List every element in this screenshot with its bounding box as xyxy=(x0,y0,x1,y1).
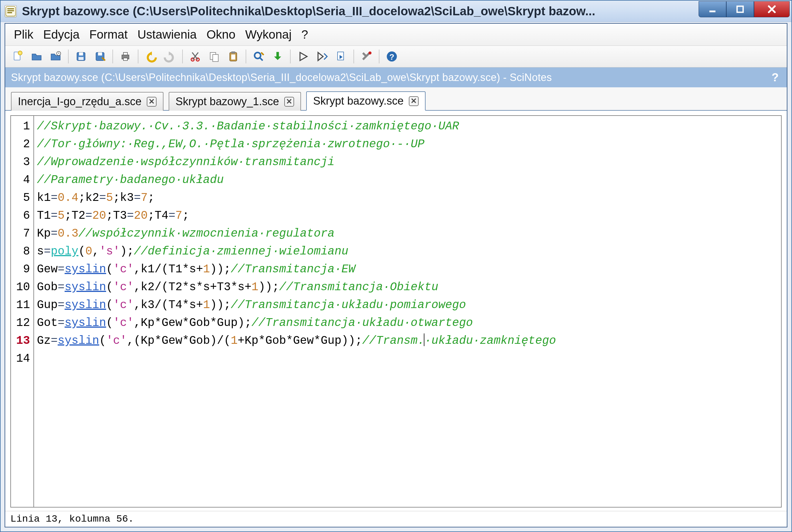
svg-rect-13 xyxy=(124,58,128,60)
menu-plik[interactable]: Plik xyxy=(11,26,37,43)
app-window: Skrypt bazowy.sce (C:\Users\Politechnika… xyxy=(0,0,792,532)
close-button[interactable] xyxy=(754,1,790,17)
line-number: 2 xyxy=(16,135,30,153)
document-path: Skrypt bazowy.sce (C:\Users\Politechnika… xyxy=(11,72,552,83)
line-number: 12 xyxy=(16,314,30,332)
find-replace-icon[interactable] xyxy=(250,48,267,65)
svg-rect-7 xyxy=(79,53,83,56)
svg-rect-2 xyxy=(737,6,743,12)
paste-icon[interactable] xyxy=(225,48,242,65)
toolbar-separator xyxy=(182,50,183,63)
document-header: Skrypt bazowy.sce (C:\Users\Politechnika… xyxy=(5,68,787,87)
svg-point-21 xyxy=(254,53,261,58)
run-file-icon[interactable] xyxy=(333,48,350,65)
svg-rect-17 xyxy=(213,55,218,62)
client-area: Plik Edycja Format Ustawienia Okno Wykon… xyxy=(5,23,787,527)
line-number: 9 xyxy=(16,261,30,279)
toolbar-separator xyxy=(112,50,113,63)
run-into-icon[interactable] xyxy=(314,48,331,65)
line-gutter: 1 2 3 4 5 6 7 8 9 10 11 12 13 14 xyxy=(11,116,34,507)
menu-okno[interactable]: Okno xyxy=(203,26,239,43)
menu-ustawienia[interactable]: Ustawienia xyxy=(134,26,200,43)
toolbar-separator xyxy=(379,50,379,63)
line-number: 5 xyxy=(16,189,30,207)
new-file-icon[interactable] xyxy=(9,48,26,65)
tab-label: Skrypt bazowy.sce xyxy=(313,95,404,107)
toolbar-separator xyxy=(290,50,290,63)
line-number: 8 xyxy=(16,243,30,261)
window-title: Skrypt bazowy.sce (C:\Users\Politechnika… xyxy=(22,4,699,18)
svg-rect-20 xyxy=(231,55,235,60)
print-icon[interactable] xyxy=(117,48,134,65)
save-as-icon[interactable] xyxy=(92,48,108,65)
open-file-icon[interactable] xyxy=(28,48,45,65)
undo-icon[interactable] xyxy=(143,48,159,65)
tab-skrypt-bazowy[interactable]: Skrypt bazowy.sce ✕ xyxy=(306,91,426,111)
maximize-button[interactable] xyxy=(726,1,754,17)
toolbar-separator xyxy=(354,50,354,63)
line-number-active: 13 xyxy=(16,332,30,350)
line-number: 3 xyxy=(16,153,30,171)
close-icon[interactable]: ✕ xyxy=(147,97,156,107)
save-icon[interactable] xyxy=(73,48,89,65)
tab-inercja[interactable]: Inercja_I-go_rzędu_a.sce ✕ xyxy=(11,92,164,111)
cursor-position: Linia 13, kolumna 56. xyxy=(11,514,134,525)
toolbar-separator xyxy=(138,50,138,63)
tab-skrypt-bazowy-1[interactable]: Skrypt bazowy_1.sce ✕ xyxy=(169,92,301,111)
status-bar: Linia 13, kolumna 56. xyxy=(5,511,787,527)
line-number: 6 xyxy=(16,207,30,225)
open-recent-icon[interactable] xyxy=(47,48,64,65)
toolbar: ? xyxy=(5,46,787,68)
run-icon[interactable] xyxy=(295,48,312,65)
redo-icon[interactable] xyxy=(162,48,178,65)
svg-rect-1 xyxy=(710,11,716,12)
help-icon[interactable]: ? xyxy=(383,48,400,65)
svg-text:?: ? xyxy=(389,53,394,61)
cut-icon[interactable] xyxy=(187,48,204,65)
tab-label: Inercja_I-go_rzędu_a.sce xyxy=(18,95,142,108)
copy-icon[interactable] xyxy=(206,48,223,65)
svg-rect-8 xyxy=(78,57,83,60)
app-icon xyxy=(5,5,17,17)
minimize-button[interactable] xyxy=(699,1,726,17)
menu-edycja[interactable]: Edycja xyxy=(40,26,83,43)
menu-format[interactable]: Format xyxy=(86,26,131,43)
import-icon[interactable] xyxy=(269,48,286,65)
editor: 1 2 3 4 5 6 7 8 9 10 11 12 13 14 //Skryp… xyxy=(11,115,781,508)
svg-point-23 xyxy=(369,52,372,55)
close-icon[interactable]: ✕ xyxy=(284,97,294,107)
line-number: 7 xyxy=(16,225,30,243)
svg-rect-12 xyxy=(124,53,128,55)
tab-label: Skrypt bazowy_1.sce xyxy=(175,95,279,108)
svg-point-4 xyxy=(18,51,22,55)
window-controls xyxy=(699,1,790,17)
line-number: 14 xyxy=(16,350,30,368)
line-number: 1 xyxy=(16,118,30,135)
menu-wykonaj[interactable]: Wykonaj xyxy=(242,26,295,43)
line-number: 4 xyxy=(16,171,30,189)
titlebar[interactable]: Skrypt bazowy.sce (C:\Users\Politechnika… xyxy=(1,1,791,22)
toolbar-separator xyxy=(68,50,69,63)
menu-bar: Plik Edycja Format Ustawienia Okno Wykon… xyxy=(5,24,787,46)
svg-rect-10 xyxy=(98,53,102,56)
toolbar-separator xyxy=(246,50,246,63)
line-number: 11 xyxy=(16,296,30,314)
menu-help[interactable]: ? xyxy=(298,26,312,43)
svg-rect-19 xyxy=(231,52,235,54)
preferences-icon[interactable] xyxy=(358,48,375,65)
document-help-icon[interactable]: ? xyxy=(772,71,781,84)
tab-bar: Inercja_I-go_rzędu_a.sce ✕ Skrypt bazowy… xyxy=(5,87,787,111)
code-area[interactable]: //Skrypt·bazowy.·Cv.·3.3.·Badanie·stabil… xyxy=(34,116,781,507)
close-icon[interactable]: ✕ xyxy=(409,96,419,106)
line-number: 10 xyxy=(16,279,30,296)
